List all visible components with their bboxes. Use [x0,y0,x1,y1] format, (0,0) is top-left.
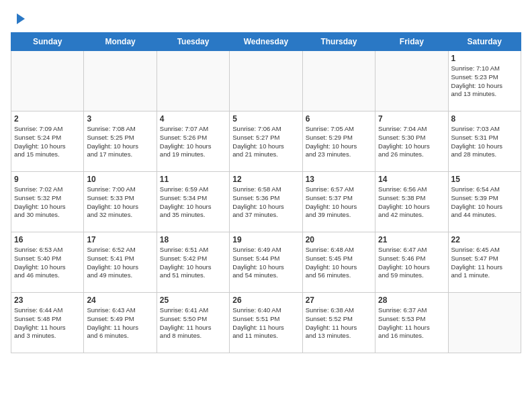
day-info: Sunrise: 7:10 AM Sunset: 5:23 PM Dayligh… [451,64,518,99]
day-info: Sunrise: 6:52 AM Sunset: 5:41 PM Dayligh… [87,246,153,280]
day-info: Sunrise: 6:41 AM Sunset: 5:50 PM Dayligh… [160,306,226,340]
calendar-cell: 18Sunrise: 6:51 AM Sunset: 5:42 PM Dayli… [157,232,229,293]
day-header-friday: Friday [375,33,448,51]
day-number: 1 [451,54,518,63]
day-info: Sunrise: 6:45 AM Sunset: 5:47 PM Dayligh… [451,246,518,280]
calendar-cell: 9Sunrise: 7:02 AM Sunset: 5:32 PM Daylig… [11,172,84,232]
day-number: 23 [14,295,81,305]
calendar-cell: 15Sunrise: 6:54 AM Sunset: 5:39 PM Dayli… [448,172,521,232]
calendar-cell [230,51,302,111]
calendar-cell: 11Sunrise: 6:59 AM Sunset: 5:34 PM Dayli… [157,172,229,232]
day-info: Sunrise: 7:00 AM Sunset: 5:33 PM Dayligh… [87,185,153,220]
calendar-cell: 25Sunrise: 6:41 AM Sunset: 5:50 PM Dayli… [157,293,229,353]
calendar-cell: 1Sunrise: 7:10 AM Sunset: 5:23 PM Daylig… [448,51,521,111]
day-number: 4 [160,114,226,124]
day-info: Sunrise: 6:40 AM Sunset: 5:51 PM Dayligh… [232,306,299,340]
calendar-cell [11,51,84,111]
day-number: 28 [378,295,445,305]
calendar-table: SundayMondayTuesdayWednesdayThursdayFrid… [11,32,521,353]
day-number: 6 [306,114,372,124]
day-number: 12 [232,175,299,184]
day-info: Sunrise: 6:38 AM Sunset: 5:52 PM Dayligh… [306,306,372,340]
day-info: Sunrise: 6:59 AM Sunset: 5:34 PM Dayligh… [160,185,226,220]
day-info: Sunrise: 6:54 AM Sunset: 5:39 PM Dayligh… [451,185,518,220]
day-info: Sunrise: 6:57 AM Sunset: 5:37 PM Dayligh… [306,185,372,220]
calendar-cell: 27Sunrise: 6:38 AM Sunset: 5:52 PM Dayli… [302,293,375,353]
day-number: 20 [306,235,372,244]
day-number: 22 [451,235,518,244]
day-number: 16 [14,235,81,244]
calendar-cell: 23Sunrise: 6:44 AM Sunset: 5:48 PM Dayli… [11,293,84,353]
calendar-cell: 14Sunrise: 6:56 AM Sunset: 5:38 PM Dayli… [375,172,448,232]
day-number: 19 [232,235,299,244]
day-info: Sunrise: 6:58 AM Sunset: 5:36 PM Dayligh… [232,185,299,220]
day-info: Sunrise: 7:09 AM Sunset: 5:24 PM Dayligh… [14,125,81,159]
calendar-week-row: 16Sunrise: 6:53 AM Sunset: 5:40 PM Dayli… [11,232,521,293]
day-info: Sunrise: 7:02 AM Sunset: 5:32 PM Dayligh… [14,185,81,220]
day-number: 25 [160,295,226,305]
day-info: Sunrise: 6:44 AM Sunset: 5:48 PM Dayligh… [14,306,81,340]
calendar-cell [448,293,521,353]
day-number: 15 [451,175,518,184]
calendar-cell: 20Sunrise: 6:48 AM Sunset: 5:45 PM Dayli… [302,232,375,293]
day-info: Sunrise: 6:51 AM Sunset: 5:42 PM Dayligh… [160,246,226,280]
calendar-cell: 6Sunrise: 7:05 AM Sunset: 5:29 PM Daylig… [302,111,375,172]
day-number: 14 [378,175,445,184]
day-info: Sunrise: 6:37 AM Sunset: 5:53 PM Dayligh… [378,306,445,340]
day-info: Sunrise: 6:48 AM Sunset: 5:45 PM Dayligh… [306,246,372,280]
calendar-header-row: SundayMondayTuesdayWednesdayThursdayFrid… [11,33,521,51]
logo-triangle-icon [11,11,26,26]
day-header-thursday: Thursday [302,33,375,51]
calendar-week-row: 1Sunrise: 7:10 AM Sunset: 5:23 PM Daylig… [11,51,521,111]
calendar-week-row: 23Sunrise: 6:44 AM Sunset: 5:48 PM Dayli… [11,293,521,353]
day-header-monday: Monday [84,33,157,51]
day-info: Sunrise: 6:47 AM Sunset: 5:46 PM Dayligh… [378,246,445,280]
calendar-cell [84,51,157,111]
calendar-body: 1Sunrise: 7:10 AM Sunset: 5:23 PM Daylig… [11,51,521,353]
calendar-cell: 12Sunrise: 6:58 AM Sunset: 5:36 PM Dayli… [230,172,302,232]
day-info: Sunrise: 7:03 AM Sunset: 5:31 PM Dayligh… [451,125,518,159]
calendar-cell: 2Sunrise: 7:09 AM Sunset: 5:24 PM Daylig… [11,111,84,172]
calendar-cell: 21Sunrise: 6:47 AM Sunset: 5:46 PM Dayli… [375,232,448,293]
page-header [11,11,521,26]
day-header-tuesday: Tuesday [157,33,229,51]
calendar-cell [302,51,375,111]
day-number: 9 [14,175,81,184]
calendar-week-row: 9Sunrise: 7:02 AM Sunset: 5:32 PM Daylig… [11,172,521,232]
calendar-cell: 19Sunrise: 6:49 AM Sunset: 5:44 PM Dayli… [230,232,302,293]
calendar-cell [157,51,229,111]
day-info: Sunrise: 7:06 AM Sunset: 5:27 PM Dayligh… [232,125,299,159]
day-number: 27 [306,295,372,305]
day-header-saturday: Saturday [448,33,521,51]
logo [11,11,26,26]
day-info: Sunrise: 6:49 AM Sunset: 5:44 PM Dayligh… [232,246,299,280]
calendar-cell: 8Sunrise: 7:03 AM Sunset: 5:31 PM Daylig… [448,111,521,172]
day-header-sunday: Sunday [11,33,84,51]
day-info: Sunrise: 6:43 AM Sunset: 5:49 PM Dayligh… [87,306,153,340]
calendar-cell: 22Sunrise: 6:45 AM Sunset: 5:47 PM Dayli… [448,232,521,293]
day-number: 24 [87,295,153,305]
day-info: Sunrise: 7:08 AM Sunset: 5:25 PM Dayligh… [87,125,153,159]
calendar-cell: 17Sunrise: 6:52 AM Sunset: 5:41 PM Dayli… [84,232,157,293]
calendar-cell: 13Sunrise: 6:57 AM Sunset: 5:37 PM Dayli… [302,172,375,232]
calendar-cell: 7Sunrise: 7:04 AM Sunset: 5:30 PM Daylig… [375,111,448,172]
day-info: Sunrise: 7:04 AM Sunset: 5:30 PM Dayligh… [378,125,445,159]
day-number: 10 [87,175,153,184]
day-number: 7 [378,114,445,124]
day-number: 2 [14,114,81,124]
day-number: 21 [378,235,445,244]
day-info: Sunrise: 7:05 AM Sunset: 5:29 PM Dayligh… [306,125,372,159]
calendar-cell: 28Sunrise: 6:37 AM Sunset: 5:53 PM Dayli… [375,293,448,353]
day-number: 8 [451,114,518,124]
day-number: 5 [232,114,299,124]
day-info: Sunrise: 7:07 AM Sunset: 5:26 PM Dayligh… [160,125,226,159]
calendar-cell: 24Sunrise: 6:43 AM Sunset: 5:49 PM Dayli… [84,293,157,353]
day-number: 11 [160,175,226,184]
calendar-cell: 16Sunrise: 6:53 AM Sunset: 5:40 PM Dayli… [11,232,84,293]
calendar-cell: 26Sunrise: 6:40 AM Sunset: 5:51 PM Dayli… [230,293,302,353]
day-info: Sunrise: 6:53 AM Sunset: 5:40 PM Dayligh… [14,246,81,280]
calendar-cell: 3Sunrise: 7:08 AM Sunset: 5:25 PM Daylig… [84,111,157,172]
calendar-cell [375,51,448,111]
day-number: 17 [87,235,153,244]
day-number: 26 [232,295,299,305]
